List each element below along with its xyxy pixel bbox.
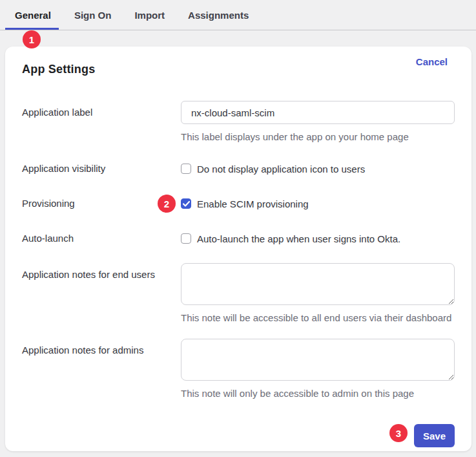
notes-admins-help: This note will only be accessible to adm…	[181, 388, 455, 399]
app-settings-panel: App Settings Cancel Application label Th…	[5, 47, 471, 451]
tab-assignments[interactable]: Assignments	[188, 0, 249, 30]
application-visibility-checkbox[interactable]	[181, 164, 191, 174]
notes-end-users-help: This note will be accessible to all end …	[181, 312, 455, 324]
application-label-input[interactable]	[181, 101, 455, 124]
app-settings-form: Application label This label displays un…	[22, 101, 455, 447]
notes-admins-label: Application notes for admins	[22, 339, 181, 399]
notes-end-users-row: Application notes for end users This not…	[22, 263, 455, 324]
notes-end-users-textarea[interactable]	[181, 263, 455, 305]
provisioning-row: 2 Provisioning Enable SCIM provisioning	[22, 197, 455, 210]
auto-launch-checkbox-label: Auto-launch the app when user signs into…	[197, 233, 400, 244]
provisioning-checkbox[interactable]	[181, 198, 191, 209]
annotation-badge-1: 1	[23, 30, 41, 48]
annotation-badge-2: 2	[158, 195, 176, 213]
application-label-row: Application label This label displays un…	[22, 101, 455, 143]
panel-header: App Settings Cancel	[22, 47, 455, 76]
annotation-badge-3: 3	[389, 424, 408, 442]
auto-launch-checkbox[interactable]	[181, 233, 191, 244]
auto-launch-row: Auto-launch Auto-launch the app when use…	[22, 232, 455, 245]
application-label-label: Application label	[22, 101, 181, 143]
notes-admins-row: Application notes for admins This note w…	[22, 339, 455, 399]
notes-end-users-label: Application notes for end users	[22, 263, 181, 324]
application-visibility-row: Application visibility Do not display ap…	[22, 162, 455, 175]
application-visibility-label: Application visibility	[22, 162, 181, 175]
tab-import[interactable]: Import	[134, 0, 165, 30]
notes-admins-textarea[interactable]	[181, 339, 455, 381]
application-visibility-checkbox-label: Do not display application icon to users	[197, 164, 365, 175]
panel-footer: 3 Save	[22, 424, 455, 447]
tab-sign-on[interactable]: Sign On	[74, 0, 112, 30]
provisioning-checkbox-label: Enable SCIM provisioning	[197, 198, 309, 209]
save-button[interactable]: Save	[414, 424, 455, 447]
auto-launch-label: Auto-launch	[22, 232, 181, 245]
cancel-link[interactable]: Cancel	[416, 56, 448, 67]
page-title: App Settings	[22, 62, 455, 76]
tab-bar: General Sign On Import Assignments	[0, 0, 476, 30]
check-icon	[183, 201, 190, 207]
tab-general[interactable]: General	[15, 0, 51, 30]
application-label-help: This label displays under the app on you…	[181, 131, 455, 143]
